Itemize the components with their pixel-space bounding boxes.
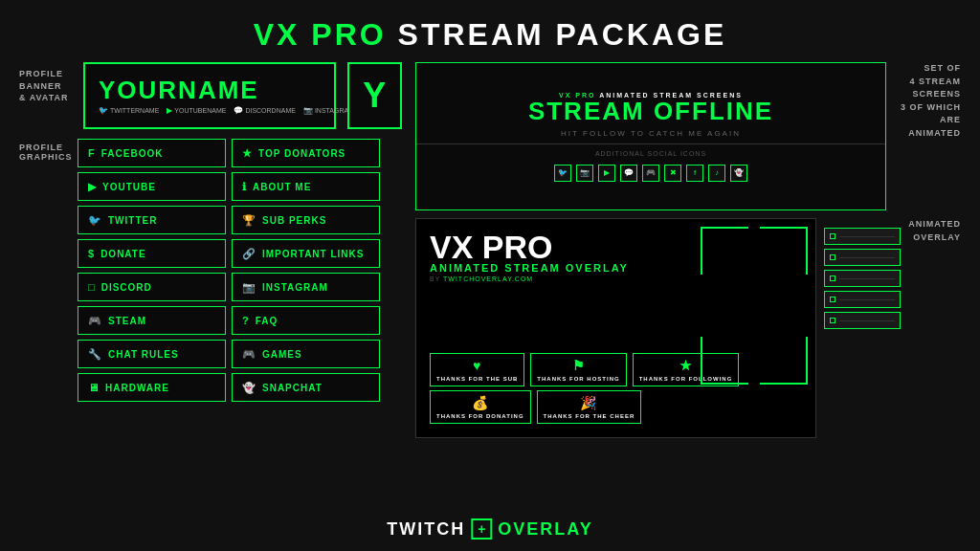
corner-tr: [760, 227, 808, 275]
steam-icon: 🎮: [88, 315, 102, 327]
btn-sub-perks-label: SUB PERKS: [262, 215, 326, 226]
social-icon-tiktok: ♪: [708, 165, 725, 182]
important-links-icon: 🔗: [242, 248, 256, 260]
discord-icon: □: [88, 281, 96, 293]
btn-faq[interactable]: ? FAQ: [232, 306, 380, 335]
bar-line: [839, 278, 895, 279]
btn-snapchat-label: SNAPCHAT: [262, 383, 323, 393]
bar-line: [839, 320, 895, 321]
btn-instagram[interactable]: 📷 INSTAGRAM: [232, 273, 380, 301]
discord-icon: 💬: [234, 106, 243, 115]
games-icon: 🎮: [242, 348, 256, 361]
alert-donating-icon: 💰: [472, 395, 489, 410]
social-icon-twitch: 🎮: [642, 165, 659, 182]
profile-banner-section: PROFILE BANNER & AVATAR YOURNAME 🐦 TWITT…: [19, 62, 402, 129]
main-title: VX PRO STREAM PACKAGE: [0, 0, 980, 62]
btn-sub-perks[interactable]: 🏆 SUB PERKS: [232, 206, 380, 234]
overlay-by-url: TWITCHOVERLAY.COM: [443, 276, 533, 282]
btn-donate[interactable]: $ DONATE: [78, 239, 226, 268]
sidebar-bar-1: [824, 228, 901, 245]
btn-instagram-label: INSTAGRAM: [262, 282, 328, 293]
banner-box: YOURNAME 🐦 TWITTERNAME ▶ YOUTUBENAME 💬 D…: [83, 62, 336, 129]
btn-about-me[interactable]: ℹ ABOUT ME: [232, 172, 380, 201]
alert-hosting-icon: ⚑: [572, 358, 586, 373]
alert-cheer: 🎉 THANKS FOR THE CHEER: [537, 390, 642, 424]
faq-icon: ?: [242, 315, 250, 326]
graphics-col-2: ★ TOP DONATORS ℹ ABOUT ME 🏆 SUB PERKS 🔗 …: [232, 139, 380, 402]
avatar-letter: Y: [363, 76, 386, 116]
chat-rules-icon: 🔧: [88, 348, 102, 361]
graphics-label: PROFILE GRAPHICS: [19, 139, 72, 402]
alert-following-icon: ★: [679, 358, 693, 373]
btn-hardware[interactable]: 🖥 HARDWARE: [78, 373, 226, 402]
overlay-screen: VX PRO ANIMATED STREAM OVERLAY BY TWITCH…: [415, 218, 816, 438]
instagram-icon: 📷: [303, 106, 313, 115]
social-twitter: 🐦 TWITTERNAME: [99, 106, 159, 115]
corner-br: [760, 337, 808, 385]
bar-line: [839, 257, 895, 258]
graphics-col-1: f FACEBOOK ▶ YOUTUBE 🐦 TWITTER $ DONATE: [78, 139, 226, 402]
btn-important-links[interactable]: 🔗 IMPORTANT LINKS: [232, 239, 380, 268]
bar-dot: [830, 297, 835, 302]
btn-youtube[interactable]: ▶ YOUTUBE: [78, 172, 226, 201]
youtube-icon: ▶: [167, 106, 172, 115]
alerts-row-2: 💰 THANKS FOR DONATING 🎉 THANKS FOR THE C…: [430, 390, 802, 424]
footer: TWITCH OVERLAY: [387, 518, 592, 540]
btn-steam[interactable]: 🎮 STEAM: [78, 306, 226, 335]
btn-youtube-label: YOUTUBE: [102, 182, 156, 192]
banner-socials: 🐦 TWITTERNAME ▶ YOUTUBENAME 💬 DISCORDNAM…: [99, 106, 321, 115]
alert-hosting: ⚑ THANKS FOR HOSTING: [530, 353, 626, 386]
btn-snapchat[interactable]: 👻 SNAPCHAT: [232, 373, 380, 402]
sidebar-bar-3: [824, 270, 901, 287]
bar-line: [839, 299, 895, 300]
btn-discord-label: DISCORD: [101, 282, 152, 293]
btn-faq-label: FAQ: [256, 316, 278, 326]
btn-hardware-label: HARDWARE: [105, 383, 169, 393]
btn-discord[interactable]: □ DISCORD: [78, 273, 226, 301]
bar-line: [839, 236, 895, 237]
top-donators-icon: ★: [242, 147, 253, 160]
btn-facebook[interactable]: f FACEBOOK: [78, 139, 226, 167]
btn-chat-rules[interactable]: 🔧 CHAT RULES: [78, 340, 226, 368]
bar-dot: [830, 276, 835, 281]
alert-sub-icon: ♥: [473, 358, 481, 373]
corner-tl: [701, 227, 748, 275]
sub-perks-icon: 🏆: [242, 214, 256, 227]
social-icon-instagram: 📷: [576, 165, 593, 182]
twitter-name: TWITTERNAME: [110, 107, 159, 114]
social-icon-discord: 💬: [620, 165, 637, 182]
overlay-by: BY TWITCHOVERLAY.COM: [430, 276, 802, 282]
banner-name: YOURNAME: [99, 77, 321, 102]
btn-games[interactable]: 🎮 GAMES: [232, 340, 380, 368]
sidebar-bar-4: [824, 291, 901, 308]
social-icon-x: ✖: [664, 165, 681, 182]
youtube-icon: ▶: [88, 181, 97, 193]
alert-sub: ♥ THANKS FOR THE SUB: [430, 353, 524, 386]
social-discord: 💬 DISCORDNAME: [234, 106, 296, 115]
facebook-icon: f: [88, 147, 96, 159]
profile-banner-label: PROFILE BANNER & AVATAR: [19, 62, 72, 104]
offline-subtitle: HIT FOLLOW TO CATCH ME AGAIN: [561, 129, 741, 138]
overlay-area: VX PRO ANIMATED STREAM OVERLAY BY TWITCH…: [415, 218, 961, 546]
animated-overlay-label: ANIMATED OVERLAY: [908, 218, 961, 244]
bar-dot: [830, 254, 835, 260]
footer-logo: [471, 518, 492, 540]
social-icon-facebook: f: [686, 165, 703, 182]
stream-screens-area: VX PRO ANIMATED STREAM SCREENS STREAM OF…: [415, 62, 961, 210]
social-youtube: ▶ YOUTUBENAME: [167, 106, 226, 115]
right-column: VX PRO ANIMATED STREAM SCREENS STREAM OF…: [415, 62, 961, 546]
youtube-name: YOUTUBENAME: [174, 107, 226, 114]
corner-bl: [701, 337, 748, 385]
btn-important-links-label: IMPORTANT LINKS: [262, 249, 364, 259]
title-rest-text: STREAM PACKAGE: [398, 17, 727, 52]
footer-twitch: TWITCH: [387, 519, 465, 540]
btn-top-donators[interactable]: ★ TOP DONATORS: [232, 139, 380, 167]
alert-sub-label: THANKS FOR THE SUB: [436, 376, 518, 382]
btn-twitter[interactable]: 🐦 TWITTER: [78, 206, 226, 234]
offline-screen: VX PRO ANIMATED STREAM SCREENS STREAM OF…: [415, 62, 886, 210]
btn-twitter-label: TWITTER: [108, 215, 157, 226]
avatar-box: Y: [347, 62, 402, 129]
social-icon-snapchat: 👻: [730, 165, 747, 182]
instagram-icon: 📷: [242, 281, 256, 294]
btn-games-label: GAMES: [262, 349, 302, 360]
